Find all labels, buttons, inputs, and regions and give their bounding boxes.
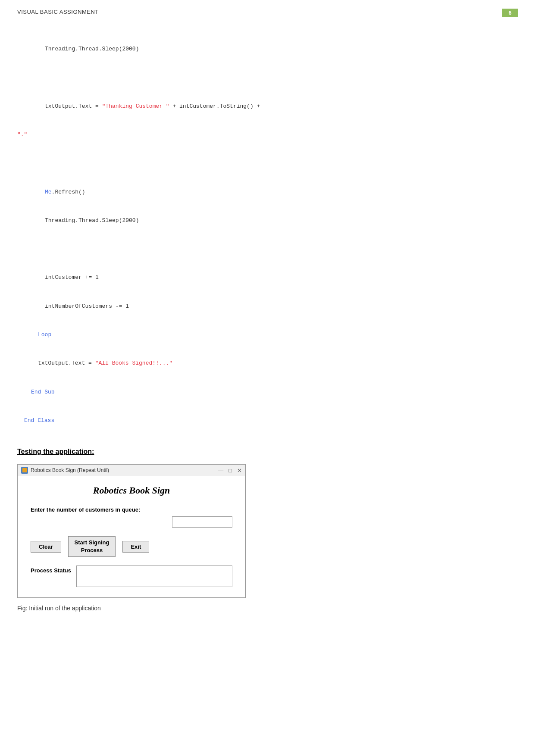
code-line-13: End Sub [17,387,518,397]
fig-caption: Fig: Initial run of the application [17,605,518,612]
window-minimize-button[interactable]: — [218,468,223,473]
code-line-8 [17,244,518,254]
app-title: Robotics Book Sign [31,485,232,496]
code-string-2: "." [17,131,27,138]
window-close-button[interactable]: ✕ [237,468,242,473]
clear-button[interactable]: Clear [31,541,61,553]
code-line-9: intCustomer += 1 [17,273,518,282]
code-line-7: Threading.Thread.Sleep(2000) [17,216,518,225]
code-string-1: "Thanking Customer " [102,103,169,109]
code-block: Threading.Thread.Sleep(2000) txtOutput.T… [17,25,518,435]
status-output-field [76,565,232,587]
page-title: VISUAL BASIC ASSIGNMENT [17,9,99,15]
code-keyword-loop: Loop [38,331,51,338]
window-title-text: Robotics Book Sign (Repeat Until) [31,467,109,473]
customer-input-row [31,516,232,528]
window-app-icon [21,467,28,474]
customers-label: Enter the number of customers in queue: [31,506,232,513]
code-line-6: Me.Refresh() [17,187,518,197]
code-line-4: "." [17,130,518,140]
buttons-row: Clear Start SigningProcess Exit [31,536,232,557]
window-titlebar: Robotics Book Sign (Repeat Until) — □ ✕ [18,465,245,476]
code-keyword-endclass: End Class [24,417,54,424]
code-line-3: txtOutput.Text = "Thanking Customer " + … [17,102,518,111]
code-string-3: "All Books Signed!!..." [95,360,172,366]
exit-button[interactable]: Exit [122,541,149,553]
page-number: 6 [502,9,518,17]
customer-count-input[interactable] [172,516,232,528]
code-line-12: txtOutput.Text = "All Books Signed!!..." [17,359,518,368]
code-line-1: Threading.Thread.Sleep(2000) [17,44,518,54]
code-keyword-endsub: End Sub [31,389,55,395]
status-row: Process Status [31,565,232,587]
window-controls[interactable]: — □ ✕ [218,468,242,473]
status-label: Process Status [31,565,71,574]
window-body: Robotics Book Sign Enter the number of c… [18,476,245,597]
code-line-14: End Class [17,416,518,425]
code-line-11: Loop [17,330,518,340]
code-line-10: intNumberOfCustomers -= 1 [17,302,518,311]
section-heading: Testing the application: [17,448,518,456]
code-line-2 [17,73,518,82]
window-restore-button[interactable]: □ [228,468,232,473]
code-keyword-me: Me [45,189,52,195]
window-mockup: Robotics Book Sign (Repeat Until) — □ ✕ … [17,464,246,598]
window-titlebar-left: Robotics Book Sign (Repeat Until) [21,467,109,474]
page-header: VISUAL BASIC ASSIGNMENT 6 [17,9,518,17]
start-signing-button[interactable]: Start SigningProcess [68,536,116,557]
code-line-5 [17,159,518,168]
